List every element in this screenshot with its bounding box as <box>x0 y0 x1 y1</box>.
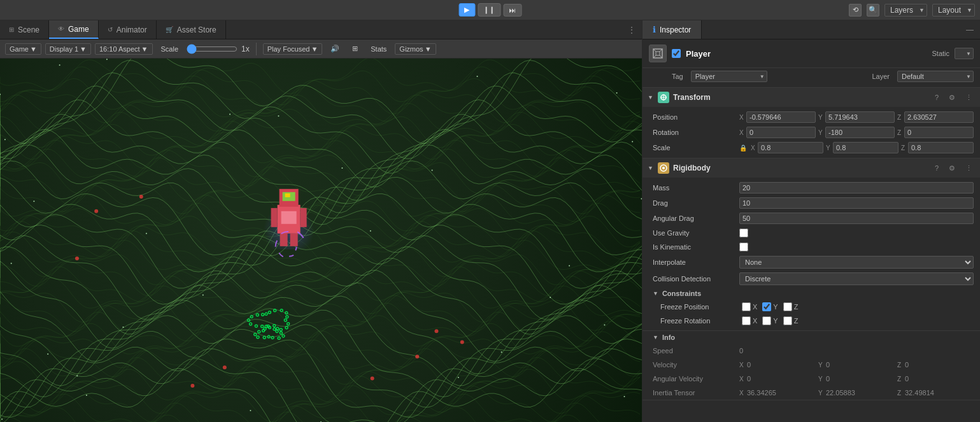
inspector-icon: ℹ <box>653 25 656 34</box>
playback-controls <box>458 3 522 17</box>
right-panel: ℹ Inspector — <box>643 20 980 422</box>
is-kinematic-label: Is Kinematic <box>653 243 735 251</box>
play-icon <box>464 6 469 14</box>
pos-x-input[interactable] <box>746 111 816 123</box>
scale-x-input[interactable] <box>758 142 823 153</box>
transform-component: ▼ Transform ? ⚙ ⋮ <box>643 88 980 158</box>
scale-z-input[interactable] <box>908 142 974 153</box>
angular-drag-input[interactable] <box>739 213 974 224</box>
scale-y-label: Y <box>826 144 832 151</box>
rotation-label: Rotation <box>653 129 735 136</box>
history-icon[interactable]: ⟲ <box>849 4 862 17</box>
rot-z-input[interactable] <box>904 127 974 138</box>
pause-button[interactable] <box>478 3 501 17</box>
rot-x-input[interactable] <box>746 127 816 138</box>
info-section-header[interactable]: ▼ Info <box>643 331 980 344</box>
position-label: Position <box>653 113 735 121</box>
collision-label: Collision Detection <box>653 275 735 283</box>
layers-dropdown[interactable]: Layers <box>884 4 927 17</box>
transform-settings-btn[interactable]: ⚙ <box>946 93 958 102</box>
rigidbody-header[interactable]: ▼ Rigidbody ? ⚙ ⋮ <box>643 158 980 178</box>
stats-grid-icon[interactable]: ⊞ <box>348 43 362 55</box>
pos-y-input[interactable] <box>825 111 895 123</box>
rot-z-field: Z <box>897 127 974 138</box>
freeze-rot-y-checkbox[interactable] <box>762 316 771 325</box>
freeze-rot-x-checkbox[interactable] <box>742 316 751 325</box>
freeze-rotation-row: Freeze Rotation X Y <box>643 314 980 328</box>
freeze-pos-y-checkbox[interactable] <box>762 302 771 311</box>
tab-scene[interactable]: ⊞ Scene <box>0 20 49 39</box>
play-focused-label: Play Focused <box>267 45 310 53</box>
display-label: Display 1 <box>50 45 78 53</box>
freeze-pos-z-checkbox[interactable] <box>783 302 792 311</box>
freeze-position-checks: X Y Z <box>742 302 798 311</box>
rigidbody-actions: ? ⚙ ⋮ <box>932 164 975 173</box>
rigidbody-settings-btn[interactable]: ⚙ <box>946 164 958 173</box>
inspector-minimize[interactable]: — <box>960 25 980 34</box>
pos-z-field: Z <box>897 111 974 123</box>
gizmos-dropdown[interactable]: Gizmos ▼ <box>395 43 436 55</box>
layer-dropdown[interactable]: Default <box>897 71 974 82</box>
play-button[interactable] <box>458 3 475 17</box>
tag-dropdown[interactable]: Player <box>691 71 767 82</box>
angular-velocity-xyz: X 0 Y 0 Z 0 <box>739 375 974 383</box>
tab-animator[interactable]: ↺ Animator <box>99 20 157 39</box>
game-dropdown-arrow: ▼ <box>30 45 37 53</box>
rigidbody-help-btn[interactable]: ? <box>932 164 941 172</box>
vel-y: Y 0 <box>818 361 895 369</box>
inertia-y-value: 22.05883 <box>826 389 895 397</box>
inspector-tab[interactable]: ℹ Inspector <box>643 20 702 39</box>
tab-game[interactable]: 👁 Game <box>49 20 99 39</box>
transform-help-btn[interactable]: ? <box>932 93 941 102</box>
aspect-dropdown[interactable]: 16:10 Aspect ▼ <box>95 43 153 55</box>
collision-select[interactable]: Discrete <box>739 272 974 285</box>
search-icon[interactable]: 🔍 <box>867 4 879 17</box>
transform-more-btn[interactable]: ⋮ <box>963 93 975 102</box>
drag-input[interactable] <box>739 197 974 209</box>
rot-y-field: Y <box>818 127 895 138</box>
scale-slider[interactable] <box>187 44 238 54</box>
rot-y-input[interactable] <box>825 127 895 138</box>
angvel-x: X 0 <box>739 375 816 383</box>
asset-store-tab-label: Asset Store <box>177 25 217 34</box>
freeze-pos-x-checkbox[interactable] <box>742 302 751 311</box>
freeze-position-label: Freeze Position <box>660 303 737 311</box>
pos-z-label: Z <box>897 114 903 121</box>
game-dropdown[interactable]: Game ▼ <box>5 43 41 55</box>
use-gravity-value <box>739 229 974 237</box>
step-button[interactable] <box>503 4 522 17</box>
rigidbody-more-btn[interactable]: ⋮ <box>963 164 975 173</box>
constraints-header[interactable]: ▼ Constraints <box>643 287 980 300</box>
scale-x-label: X <box>751 144 756 151</box>
velocity-row: Velocity X 0 Y 0 Z <box>643 358 980 372</box>
interpolate-select[interactable]: None <box>739 256 974 269</box>
angular-drag-value <box>739 213 974 224</box>
play-focused-dropdown[interactable]: Play Focused ▼ <box>263 43 323 55</box>
object-active-checkbox[interactable] <box>672 49 681 58</box>
static-dropdown[interactable] <box>955 48 974 59</box>
mute-button[interactable]: 🔊 <box>326 43 344 55</box>
tab-more[interactable]: ⋮ <box>621 20 642 39</box>
is-kinematic-checkbox[interactable] <box>739 243 748 251</box>
scale-y-input[interactable] <box>833 142 898 153</box>
use-gravity-checkbox[interactable] <box>739 229 748 237</box>
layout-dropdown[interactable]: Layout <box>932 4 975 17</box>
info-title: Info <box>662 334 675 341</box>
tab-asset-store[interactable]: 🛒 Asset Store <box>157 20 226 39</box>
mass-row: Mass <box>643 180 980 195</box>
pos-x-label: X <box>739 114 745 121</box>
display-dropdown[interactable]: Display 1 ▼ <box>45 43 91 55</box>
angvel-y-value: 0 <box>826 375 895 383</box>
transform-header[interactable]: ▼ Transform ? ⚙ ⋮ <box>643 88 980 107</box>
scale-lock-icon[interactable]: 🔒 <box>739 144 747 151</box>
freeze-rot-x-item: X <box>742 316 757 325</box>
stats-button[interactable]: Stats <box>366 43 391 55</box>
svg-point-10 <box>662 167 665 169</box>
freeze-rot-z-checkbox[interactable] <box>783 316 792 325</box>
game-viewport[interactable] <box>0 59 642 422</box>
object-name: Player <box>686 49 927 59</box>
pos-z-input[interactable] <box>904 111 974 123</box>
rotation-row: Rotation X Y Z <box>643 125 980 140</box>
mass-input[interactable] <box>739 182 974 193</box>
use-gravity-row: Use Gravity <box>643 226 980 240</box>
